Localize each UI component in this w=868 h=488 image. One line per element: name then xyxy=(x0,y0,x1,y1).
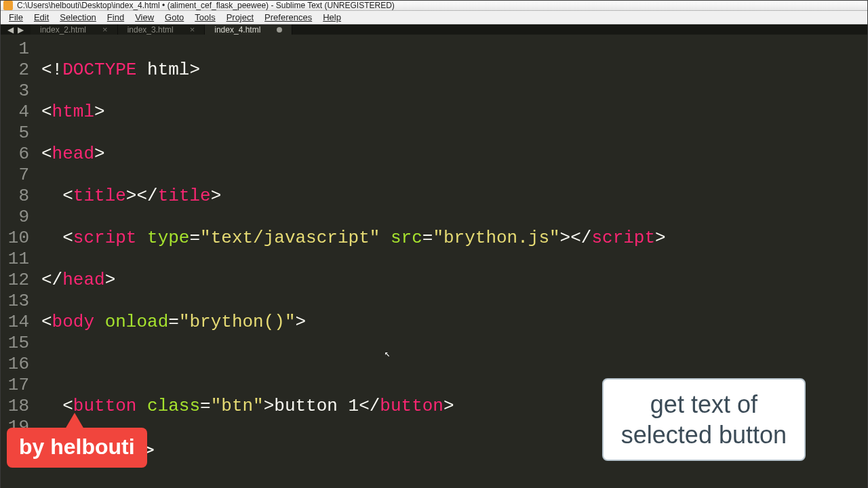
menu-tools[interactable]: Tools xyxy=(189,11,220,24)
tab-index2[interactable]: index_2.html × xyxy=(31,24,118,35)
menu-project[interactable]: Project xyxy=(221,11,259,24)
dirty-dot-icon xyxy=(277,27,282,33)
menu-view[interactable]: View xyxy=(130,11,159,24)
gutter: 1234567891011121314151617181920 xyxy=(1,35,37,488)
tab-nav: ◀ ▶ xyxy=(1,24,31,35)
tab-index4[interactable]: index_4.html xyxy=(205,24,292,35)
tab-index3[interactable]: index_3.html × xyxy=(118,24,205,35)
menu-selection[interactable]: Selection xyxy=(54,11,101,24)
nav-fwd-icon[interactable]: ▶ xyxy=(18,25,24,35)
title-bar[interactable]: C:\Users\helbouti\Desktop\index_4.html •… xyxy=(1,1,867,11)
menu-edit[interactable]: Edit xyxy=(28,11,54,24)
author-badge: by helbouti xyxy=(7,428,147,468)
tab-bar: ◀ ▶ index_2.html × index_3.html × index_… xyxy=(1,24,867,35)
app-window: C:\Users\helbouti\Desktop\index_4.html •… xyxy=(0,0,868,488)
close-icon[interactable]: × xyxy=(190,24,195,35)
nav-back-icon[interactable]: ◀ xyxy=(7,25,14,35)
window-title: C:\Users\helbouti\Desktop\index_4.html •… xyxy=(17,1,395,10)
tab-label: index_2.html xyxy=(40,25,86,35)
menu-preferences[interactable]: Preferences xyxy=(259,11,317,24)
app-icon xyxy=(3,1,13,10)
tab-label: index_4.html xyxy=(214,25,260,35)
menu-find[interactable]: Find xyxy=(102,11,130,24)
menu-goto[interactable]: Goto xyxy=(159,11,189,24)
mouse-cursor-icon: ↖ xyxy=(384,344,390,365)
menu-help[interactable]: Help xyxy=(317,11,347,24)
close-icon[interactable]: × xyxy=(102,24,108,35)
menu-bar: File Edit Selection Find View Goto Tools… xyxy=(1,11,867,24)
tab-label: index_3.html xyxy=(127,25,174,35)
menu-file[interactable]: File xyxy=(3,11,28,24)
annotation-note: get text of selected button xyxy=(602,378,806,461)
